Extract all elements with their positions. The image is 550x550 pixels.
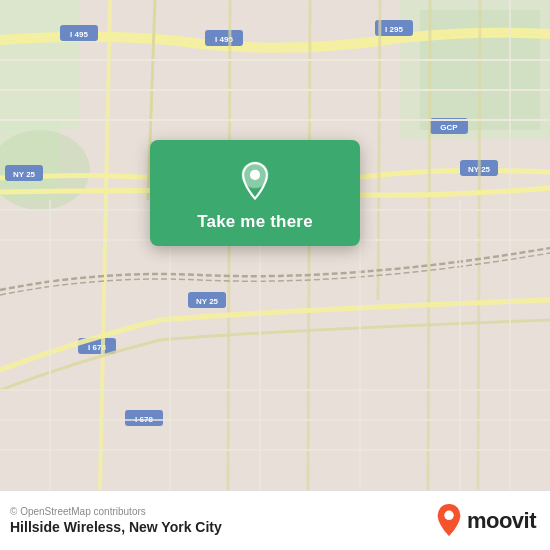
svg-text:NY 25: NY 25 — [196, 297, 219, 306]
map-container: I 495 I 495 I 295 NY 25 GCP NY 25 NY 25 … — [0, 0, 550, 490]
svg-text:I 295: I 295 — [385, 25, 403, 34]
svg-text:GCP: GCP — [440, 123, 458, 132]
take-me-there-card[interactable]: Take me there — [150, 140, 360, 246]
svg-text:NY 25: NY 25 — [13, 170, 36, 179]
moovit-pin-icon — [435, 504, 463, 538]
moovit-wordmark: moovit — [467, 508, 536, 534]
bottom-bar: © OpenStreetMap contributors Hillside Wi… — [0, 490, 550, 550]
svg-point-27 — [251, 171, 259, 179]
location-title: Hillside Wireless, New York City — [10, 519, 222, 535]
svg-point-28 — [444, 510, 453, 519]
moovit-logo: moovit — [435, 504, 536, 538]
copyright-text: © OpenStreetMap contributors — [10, 506, 222, 517]
location-pin-icon — [233, 158, 277, 202]
svg-text:I 495: I 495 — [70, 30, 88, 39]
take-me-there-label: Take me there — [197, 212, 313, 232]
svg-rect-1 — [0, 0, 80, 130]
bottom-left-info: © OpenStreetMap contributors Hillside Wi… — [10, 506, 222, 535]
